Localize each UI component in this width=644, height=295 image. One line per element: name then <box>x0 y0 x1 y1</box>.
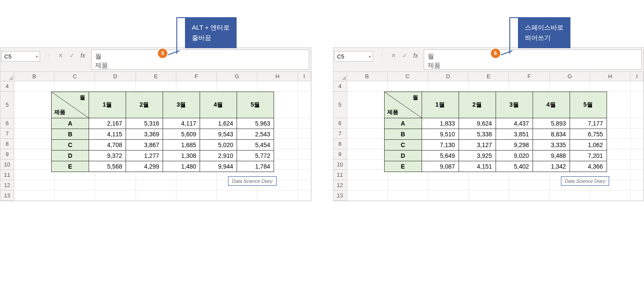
cell[interactable] <box>14 160 55 170</box>
cell[interactable] <box>298 118 311 129</box>
formula-bar-input[interactable]: 월 제품 <box>424 49 642 70</box>
column-header[interactable]: C <box>388 72 428 81</box>
cell[interactable] <box>298 92 311 118</box>
month-header[interactable]: 5월 <box>237 92 274 118</box>
data-cell[interactable]: 1,685 <box>163 140 200 151</box>
cell[interactable] <box>347 170 388 180</box>
data-cell[interactable]: 9,020 <box>496 151 533 161</box>
row-header[interactable]: 6 <box>0 118 14 129</box>
cell[interactable] <box>428 191 468 201</box>
cell[interactable] <box>95 180 136 191</box>
cell[interactable] <box>298 81 311 92</box>
data-cell[interactable]: 3,335 <box>533 140 570 151</box>
row-header[interactable]: 13 <box>0 191 14 201</box>
month-header[interactable]: 2월 <box>459 92 496 118</box>
data-cell[interactable]: 3,851 <box>496 129 533 140</box>
row-header[interactable]: 5 <box>0 92 14 118</box>
month-header[interactable]: 4월 <box>200 92 237 118</box>
data-cell[interactable]: 3,925 <box>459 151 496 161</box>
product-label[interactable]: B <box>52 129 89 140</box>
cell[interactable] <box>631 118 644 129</box>
cell[interactable] <box>217 191 257 201</box>
data-cell[interactable]: 8,834 <box>533 129 570 140</box>
data-cell[interactable]: 3,127 <box>459 140 496 151</box>
column-header[interactable]: I <box>631 72 644 81</box>
cell[interactable] <box>14 118 55 129</box>
cell[interactable] <box>347 129 388 139</box>
data-cell[interactable]: 5,338 <box>459 129 496 140</box>
confirm-icon[interactable]: ✓ <box>69 52 74 59</box>
product-label[interactable]: D <box>384 151 422 161</box>
cell[interactable] <box>509 81 549 92</box>
data-cell[interactable]: 5,568 <box>89 161 126 172</box>
formula-bar-input[interactable]: 월 제품 <box>91 49 309 70</box>
cell[interactable] <box>347 118 388 129</box>
product-label[interactable]: B <box>384 129 422 140</box>
column-header[interactable]: H <box>590 72 631 81</box>
data-cell[interactable]: 4,115 <box>89 129 126 140</box>
row-header[interactable]: 7 <box>0 129 14 139</box>
data-cell[interactable]: 9,087 <box>422 161 459 172</box>
row-header[interactable]: 9 <box>0 149 14 160</box>
diagonal-header-cell[interactable]: 월제품 <box>52 92 89 118</box>
data-cell[interactable]: 1,308 <box>163 151 200 161</box>
cell[interactable] <box>14 170 55 180</box>
cell[interactable] <box>631 81 644 92</box>
row-header[interactable]: 6 <box>333 118 347 129</box>
data-cell[interactable]: 4,299 <box>126 161 163 172</box>
column-header[interactable]: G <box>550 72 590 81</box>
cell[interactable] <box>55 81 95 92</box>
data-cell[interactable]: 9,298 <box>496 140 533 151</box>
row-header[interactable]: 10 <box>0 160 14 170</box>
row-header[interactable]: 12 <box>0 180 14 191</box>
row-header[interactable]: 9 <box>333 149 347 160</box>
data-cell[interactable]: 1,833 <box>422 118 459 129</box>
month-header[interactable]: 2월 <box>126 92 163 118</box>
cell[interactable] <box>388 191 428 201</box>
confirm-icon[interactable]: ✓ <box>402 52 407 59</box>
row-header[interactable]: 13 <box>333 191 347 201</box>
cell[interactable] <box>631 191 644 201</box>
column-header[interactable]: B <box>14 72 55 81</box>
row-header[interactable]: 11 <box>333 170 347 180</box>
column-header[interactable]: C <box>55 72 95 81</box>
data-cell[interactable]: 7,201 <box>570 151 607 161</box>
data-cell[interactable]: 5,402 <box>496 161 533 172</box>
cell[interactable] <box>298 139 311 149</box>
row-header[interactable]: 12 <box>333 180 347 191</box>
cell[interactable] <box>136 191 176 201</box>
cell[interactable] <box>298 191 311 201</box>
cell[interactable] <box>388 180 428 191</box>
cell[interactable] <box>136 180 176 191</box>
column-header[interactable]: H <box>257 72 298 81</box>
column-header[interactable]: G <box>217 72 257 81</box>
cell[interactable] <box>631 170 644 180</box>
cell[interactable] <box>631 160 644 170</box>
cell[interactable] <box>14 149 55 160</box>
data-cell[interactable]: 5,020 <box>200 140 237 151</box>
cell[interactable] <box>388 81 428 92</box>
cell[interactable] <box>14 92 55 118</box>
data-table[interactable]: 월제품1월2월3월4월5월A1,8339,6244,4375,8937,177B… <box>384 92 607 172</box>
data-cell[interactable]: 1,784 <box>237 161 274 172</box>
row-header[interactable]: 7 <box>333 129 347 139</box>
column-header[interactable]: D <box>95 72 136 81</box>
data-cell[interactable]: 5,454 <box>237 140 274 151</box>
data-cell[interactable]: 9,488 <box>533 151 570 161</box>
data-table[interactable]: 월제품1월2월3월4월5월A2,1675,3164,1171,6245,963B… <box>51 92 274 172</box>
row-header[interactable]: 4 <box>333 81 347 92</box>
cell[interactable] <box>176 180 217 191</box>
cell[interactable] <box>631 180 644 191</box>
cell[interactable] <box>298 160 311 170</box>
column-header[interactable]: I <box>298 72 311 81</box>
product-label[interactable]: A <box>52 118 89 129</box>
cell[interactable] <box>468 191 509 201</box>
cell[interactable] <box>95 191 136 201</box>
column-header[interactable]: D <box>428 72 468 81</box>
product-label[interactable]: E <box>52 161 89 172</box>
row-header[interactable]: 4 <box>0 81 14 92</box>
cell[interactable] <box>590 81 631 92</box>
cell[interactable] <box>14 81 55 92</box>
cell[interactable] <box>55 180 95 191</box>
data-cell[interactable]: 4,366 <box>570 161 607 172</box>
